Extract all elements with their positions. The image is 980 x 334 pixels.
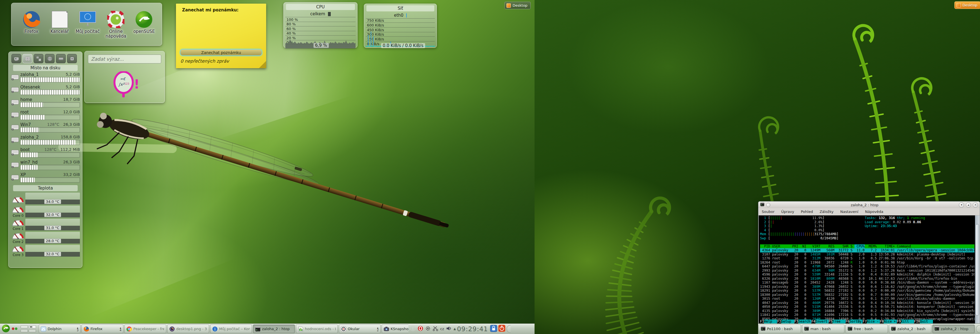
task-button-okular[interactable]: Okular▴2	[339, 324, 380, 333]
task-button-ksnapshot[interactable]: KSnapshot▴2	[382, 324, 409, 333]
terminal-scrollbar[interactable]	[975, 215, 980, 324]
menu-zloky[interactable]: Záložky	[819, 210, 834, 214]
launcher-item-kancel-[interactable]: Kancelář	[47, 11, 72, 34]
leave-note-button[interactable]: Zanechat poznámku	[180, 49, 262, 56]
desktop-toolbox-button[interactable]: Desktop	[504, 2, 531, 9]
column-header-ni[interactable]: NI	[800, 244, 806, 248]
task-button-dolphin[interactable]: Dolphin▴3	[39, 324, 80, 333]
temperature-value: 32.0 °C	[44, 212, 61, 217]
task-button-firefox[interactable]: Firefox▴4	[81, 324, 123, 333]
fkey-f3[interactable]: F3	[794, 320, 798, 324]
panel-cashew-icon[interactable]	[507, 325, 511, 333]
task-button-peacekeeper-fre[interactable]: Peacekeeper - fre	[124, 324, 166, 333]
fkey-label-kill[interactable]: Kill	[901, 320, 914, 324]
task-button-zaloha-2-htop[interactable]: >_zaloha_2 : htop	[253, 324, 295, 333]
klipper-scissors-icon[interactable]	[433, 326, 438, 332]
column-header-pri[interactable]: PRI	[792, 244, 799, 248]
task-button-free-bash[interactable]: >_free : bash	[846, 324, 888, 333]
system-tray: icz▲	[410, 326, 456, 332]
sysmon-tab-harddisk-icon[interactable]	[22, 54, 32, 63]
desktop-toolbox-button[interactable]: Desktop	[955, 2, 980, 9]
column-header-s[interactable]: S	[851, 244, 853, 248]
task-button-desktop1-png-35[interactable]: desktop1.png - 35	[167, 324, 209, 333]
fkey-f5[interactable]: F5	[829, 320, 832, 324]
launcher-item-firefox[interactable]: Firefox	[19, 11, 43, 34]
window-titlebar[interactable]: >_ zaloha_2 : htop ▾ ▴ ×	[758, 202, 980, 208]
process-cell: /opt/google/chrome/chrome --type=plugin …	[897, 285, 974, 289]
fkey-f1[interactable]: F1	[760, 320, 764, 324]
fkey-f7[interactable]: F7	[862, 320, 866, 324]
column-header-pid[interactable]: PID	[760, 244, 770, 248]
fkey-label-search[interactable]: Search	[798, 320, 811, 324]
task-button-hodnoceni-ods-l[interactable]: hodnoceni.ods - L	[296, 324, 338, 333]
sysmon-tab-pci-card-icon[interactable]	[11, 54, 21, 63]
sticky-note-widget[interactable]: Zanechat mi poznámku: Zanechat poznámku …	[176, 4, 266, 68]
launcher-item-m-j-po-ta-[interactable]: Můj počítač	[75, 11, 100, 34]
digital-clock[interactable]: 09:29:41	[457, 325, 488, 332]
disk-labels: zaloha_15,2 GiB	[20, 72, 80, 77]
column-header-mem[interactable]: MEM%	[867, 244, 877, 248]
pager-desktop-1[interactable]	[21, 325, 28, 328]
column-header-res[interactable]: RES	[822, 244, 834, 248]
fkey-f4[interactable]: F4	[811, 320, 815, 324]
fkey-label-invert[interactable]: Invert	[815, 320, 829, 324]
menu-pohled[interactable]: Pohled	[801, 210, 813, 214]
application-launcher-button[interactable]	[2, 324, 10, 334]
launcher-item-opensuse[interactable]: openSUSE	[132, 11, 156, 34]
scrollbar-thumb[interactable]	[975, 224, 979, 316]
sysmon-tab-network-globe-icon[interactable]	[45, 54, 54, 63]
gear-icon[interactable]	[425, 326, 431, 332]
opera-icon[interactable]	[418, 326, 423, 332]
fkey-f2[interactable]: F2	[777, 320, 781, 324]
sysmon-tab-devices-icon[interactable]	[34, 54, 43, 63]
fkey-f6[interactable]: F6	[846, 320, 850, 324]
window-pin-icon[interactable]	[766, 203, 770, 207]
menu-pravy[interactable]: Úpravy	[781, 210, 794, 214]
fkey-label-nice[interactable]: Nice -	[867, 320, 880, 324]
fkey-label-quit[interactable]: Quit	[920, 320, 933, 324]
screen-lock-icon[interactable]	[490, 325, 497, 333]
process-cell: kdeinit4: konsole [kdeinit] -session 10d…	[897, 301, 974, 305]
sysmon-tab-memory-icon[interactable]	[56, 54, 66, 63]
panel-cashew-icon[interactable]	[976, 325, 980, 333]
minimize-button[interactable]: ▾	[959, 202, 964, 208]
task-button-zaloha-2-htop[interactable]: >_zaloha_2 : htop	[932, 324, 975, 333]
fkey-label-tree[interactable]: Tree	[832, 320, 846, 324]
fkey-label-nice[interactable]: Nice +	[884, 320, 897, 324]
menu-npovda[interactable]: Nápověda	[865, 210, 883, 214]
desktop-pager[interactable]	[21, 325, 36, 332]
info-circle-icon[interactable]: i	[410, 326, 416, 332]
task-button-m-j-po-ta-kon[interactable]: iMůj počítač – Kon	[210, 324, 252, 333]
column-header-time[interactable]: TIME+	[879, 244, 895, 248]
task-button-po1100-bash[interactable]: >_Po1100 : bash	[759, 324, 801, 333]
fkey-label-sortby[interactable]: SortBy	[850, 320, 862, 324]
menu-nastaven[interactable]: Nastavení	[840, 210, 858, 214]
fkey-label-help[interactable]: Help	[764, 320, 777, 324]
pager-desktop-3[interactable]	[21, 329, 28, 332]
htop-column-header[interactable]: PIDUSERPRINIVIRTRESSHRSCPU%MEM%TIME+Comm…	[760, 244, 974, 248]
leave-power-icon[interactable]	[498, 324, 506, 333]
column-header-command[interactable]: Command	[897, 244, 974, 248]
expression-input[interactable]: Zadat výraz...	[88, 54, 161, 64]
fkey-label-setup[interactable]: Setup	[781, 320, 794, 324]
fkey-f9[interactable]: F9	[897, 320, 900, 324]
column-header-virt[interactable]: VIRT	[808, 244, 820, 248]
pager-desktop-4[interactable]	[29, 329, 36, 332]
close-button[interactable]: ×	[973, 202, 978, 208]
keyboard-layout-label[interactable]: cz	[440, 327, 444, 331]
fkey-f10[interactable]: F10	[914, 320, 920, 324]
column-header-shr[interactable]: SHR	[836, 244, 848, 248]
speaker-icon[interactable]	[446, 326, 452, 332]
pager-desktop-2[interactable]	[29, 325, 36, 328]
sysmon-tab-cpu-icon[interactable]	[67, 54, 77, 63]
panel-up-arrow-icon[interactable]: ▲	[453, 327, 456, 331]
task-button-man-bash[interactable]: >_man : bash	[802, 324, 845, 333]
maximize-button[interactable]: ▴	[966, 202, 971, 208]
column-header-user[interactable]: USER	[772, 244, 790, 248]
launcher-item-online-n-pov-da[interactable]: Online nápověda	[104, 11, 128, 39]
activity-dots-icon[interactable]	[11, 326, 18, 331]
task-button-zaloha-2-bash[interactable]: >_zaloha_2 : bash	[889, 324, 931, 333]
column-header-cpu[interactable]: CPU%	[854, 244, 864, 248]
menu-soubor[interactable]: Soubor	[762, 210, 775, 214]
fkey-f8[interactable]: F8	[880, 320, 884, 324]
